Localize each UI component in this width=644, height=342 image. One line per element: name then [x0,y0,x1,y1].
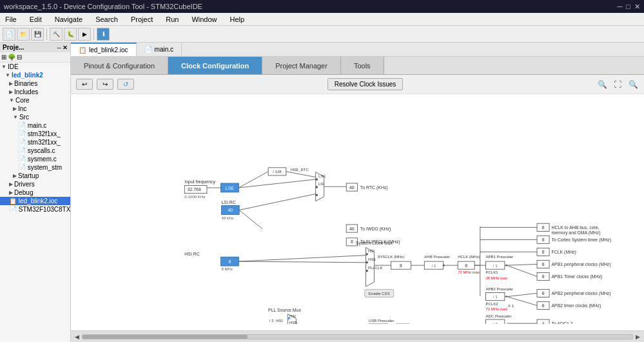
menu-navigate[interactable]: Navigate [52,15,85,24]
tab-tools[interactable]: Tools [341,57,384,74]
file-tabs: 📋 led_blink2.ioc 📄 main.c [71,43,644,57]
svg-text:System Clock Mux: System Clock Mux [356,241,393,246]
tb-run[interactable]: ▶ [78,28,91,41]
tree-item-core[interactable]: ▼ Core [0,96,70,105]
tb-debug[interactable]: 🐛 [64,28,77,41]
svg-text:8: 8 [228,259,231,264]
svg-text:APB1 peripheral clocks (MHz): APB1 peripheral clocks (MHz) [552,262,611,267]
tree-item-stm1[interactable]: 📄 stm32f1xx_ [0,130,70,138]
file-tab-mainc[interactable]: 📄 main.c [137,43,182,56]
tree-item-debug[interactable]: ▶ Debug [0,188,70,197]
tree-item-syscalls[interactable]: 📄 syscalls.c [0,146,70,155]
svg-point-27 [366,270,367,272]
svg-point-8 [316,178,318,180]
menu-run[interactable]: Run [163,15,181,24]
tb-info[interactable]: ℹ [97,28,110,41]
svg-text:PLLCLK: PLLCLK [368,266,383,270]
titlebar-text: workspace_1.5.0 - Device Configuration T… [4,3,202,10]
svg-text:8: 8 [465,263,467,268]
menu-window[interactable]: Window [189,15,219,24]
svg-text:memory and DMA (MHz): memory and DMA (MHz) [552,230,601,236]
undo-button[interactable]: ↩ [76,79,93,90]
search-icon[interactable]: 🔍 [596,79,608,90]
svg-text:APB2 Prescaler: APB2 Prescaler [485,287,513,291]
svg-point-26 [366,261,367,263]
maximize-btn[interactable]: □ [626,3,630,11]
svg-text:40: 40 [349,185,355,190]
menu-search[interactable]: Search [93,15,121,24]
tree-item-binaries[interactable]: ▶ Binaries [0,79,70,88]
svg-text:/ 2: / 2 [269,319,274,323]
toolbar: 📄 📁 💾 🔨 🐛 ▶ ℹ [0,26,644,43]
resolve-clock-issues-button[interactable]: Resolve Clock Issues [327,78,404,90]
svg-text:HSI: HSI [289,314,296,318]
minimize-btn[interactable]: ─ [618,3,623,11]
tree-item-system[interactable]: 📄 system_stm [0,163,70,172]
svg-text:8: 8 [542,250,545,254]
svg-line-92 [239,172,268,188]
svg-text:8: 8 [542,237,545,242]
svg-text:8: 8 [542,303,545,308]
svg-text:Enable CSS: Enable CSS [369,292,390,296]
svg-text:FCLK (MHz): FCLK (MHz) [552,250,576,255]
expand-icon[interactable]: ⛶ [612,79,623,90]
svg-text:8 MHz: 8 MHz [221,267,232,271]
svg-text:/ 1: / 1 [432,264,436,268]
sidebar-collapse-icon[interactable]: ⊟ [17,54,22,61]
tree-item-inc[interactable]: ▶ Inc [0,105,70,113]
file-tab-ioc[interactable]: 📋 led_blink2.ioc [71,43,137,56]
sidebar-filter-icon[interactable]: ⊞ [1,54,6,61]
sidebar-minimize-icon[interactable]: ─ [57,45,61,51]
tree-item-includes[interactable]: ▶ Includes [0,88,70,96]
clock-diagram: Input frequency 32.768 0-1000 KHz LSE LS… [71,94,644,330]
tab-clock[interactable]: Clock Configuration [168,57,262,74]
tb-new[interactable]: 📄 [3,28,15,41]
scroll-right[interactable]: ▶ [636,334,640,340]
sidebar-close-icon[interactable]: ✕ [63,45,68,51]
svg-point-25 [366,253,367,255]
tree-item-stm2[interactable]: 📄 stm32f1xx_ [0,138,70,146]
input-freq-label1: Input frequency [184,179,215,185]
tree-item-ioc[interactable]: 📋 led_blink2.ioc [0,197,70,205]
tree-item-src[interactable]: ▼ Src [0,113,70,121]
refresh-button[interactable]: ↺ [117,79,134,90]
tree-item-mainc[interactable]: 📄 main.c [0,121,70,130]
svg-text:LSI RC: LSI RC [221,200,235,205]
tree-item-stm32f103[interactable]: 📄 STM32F103C8TX_ [0,205,70,214]
svg-text:SYSCLK (MHz): SYSCLK (MHz) [377,255,404,259]
svg-text:LSI: LSI [318,182,324,186]
tab-project-manager[interactable]: Project Manager [262,57,341,74]
svg-text:8: 8 [542,262,545,267]
sidebar-tree-icon[interactable]: 🌳 [8,54,15,61]
redo-button[interactable]: ↪ [97,79,113,90]
menu-help[interactable]: Help [228,15,248,24]
svg-text:X 1: X 1 [508,304,514,308]
svg-text:APB2 peripheral clocks (MHz): APB2 peripheral clocks (MHz) [552,291,611,296]
svg-text:40: 40 [228,208,233,212]
tree-item-startup[interactable]: ▶ Startup [0,172,70,180]
tab-pinout[interactable]: Pinout & Configuration [71,57,168,74]
svg-text:LSE: LSE [226,186,234,190]
close-btn[interactable]: ✕ [634,3,640,11]
svg-text:To ADC1,2: To ADC1,2 [552,321,573,324]
menu-edit[interactable]: Edit [27,15,44,24]
tree-item-drivers[interactable]: ▶ Drivers [0,180,70,188]
svg-text:APB2 timer clocks (MHz): APB2 timer clocks (MHz) [552,303,601,308]
tb-open[interactable]: 📁 [17,28,30,41]
svg-text:HSE: HSE [289,321,297,324]
tree-item-ide[interactable]: ▼ IDE [0,63,70,71]
scroll-left[interactable]: ◀ [75,334,79,340]
tree-item-led-blink2[interactable]: ▼ led_blink2 [0,71,70,79]
svg-point-10 [316,194,318,196]
menu-project[interactable]: Project [128,15,155,24]
tb-save[interactable]: 💾 [31,28,44,41]
svg-text:PCLK1: PCLK1 [485,270,498,274]
sidebar-title: Proje... [3,44,24,51]
tree-item-sysmem[interactable]: 📄 sysmem.c [0,155,70,163]
menu-file[interactable]: File [3,15,19,24]
svg-text:40 kHz: 40 kHz [221,216,233,220]
svg-text:/ 1: / 1 [493,295,498,299]
svg-text:USB Prescaler: USB Prescaler [369,319,395,323]
tb-build[interactable]: 🔨 [50,28,63,41]
zoom-icon[interactable]: 🔍 [627,79,639,90]
